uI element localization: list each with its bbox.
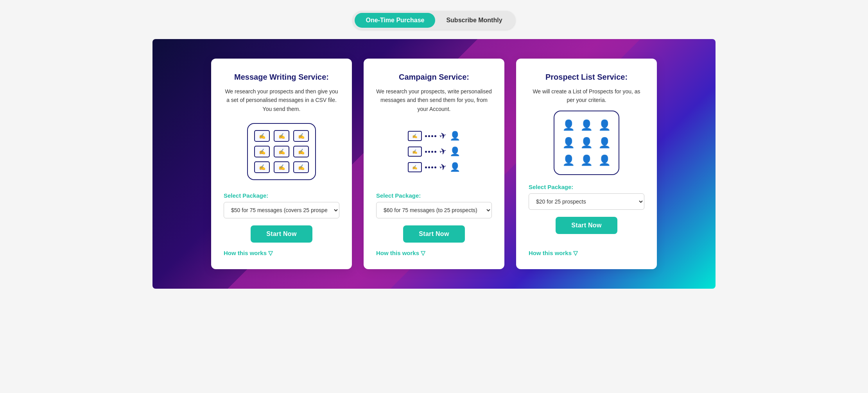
campaign-person-3: 👤 (450, 162, 460, 172)
prospect-person-1: 👤 (562, 119, 575, 131)
campaign-start-button[interactable]: Start Now (403, 225, 464, 243)
campaign-msg-icon-3: ✍ (408, 162, 422, 172)
prospect-list-card: Prospect List Service: We will create a … (516, 59, 657, 269)
campaign-arrow-2: ✈ (438, 146, 448, 157)
msg-icon-2 (274, 130, 289, 142)
message-writing-package-select[interactable]: $50 for 75 messages (covers 25 prospects… (224, 202, 339, 218)
prospect-people-icon: 👤 👤 👤 👤 👤 👤 👤 👤 👤 (554, 111, 619, 175)
pricing-banner: Message Writing Service: We research you… (152, 39, 716, 289)
prospect-person-6: 👤 (598, 137, 611, 149)
campaign-person-1: 👤 (450, 131, 460, 141)
campaign-title: Campaign Service: (399, 73, 469, 82)
prospect-list-desc: We will create a List of Prospects for y… (529, 87, 644, 105)
message-writing-card: Message Writing Service: We research you… (211, 59, 352, 269)
campaign-desc: We research your prospects, write person… (376, 87, 492, 113)
campaign-arrow-3: ✈ (438, 161, 448, 173)
prospect-list-illustration: 👤 👤 👤 👤 👤 👤 👤 👤 👤 (551, 112, 622, 174)
campaign-how-link[interactable]: How this works ▽ (376, 250, 425, 257)
campaign-arrow-1: ✈ (438, 130, 448, 142)
campaign-card: Campaign Service: We research your prosp… (364, 59, 504, 269)
msg-icon-1 (254, 130, 270, 142)
prospect-person-4: 👤 (562, 137, 575, 149)
message-writing-illustration (246, 120, 317, 183)
msg-icon-3 (293, 130, 309, 142)
campaign-illustration: ✍ ✈ 👤 ✍ ✈ 👤 ✍ (399, 120, 469, 183)
prospect-person-8: 👤 (580, 154, 593, 166)
prospect-list-select-label: Select Package: (529, 184, 573, 190)
campaign-person-2: 👤 (450, 146, 460, 157)
prospect-person-5: 👤 (580, 137, 593, 149)
msg-icon-9 (293, 161, 309, 173)
campaign-dots-2 (425, 151, 436, 153)
campaign-select-label: Select Package: (376, 192, 421, 199)
prospect-list-how-link[interactable]: How this works ▽ (529, 250, 578, 257)
message-grid-icon (247, 123, 316, 180)
msg-icon-8 (274, 161, 289, 173)
campaign-package-select[interactable]: $60 for 75 messages (to 25 prospects) $1… (376, 202, 492, 218)
prospect-list-package-select[interactable]: $20 for 25 prospects $35 for 50 prospect… (529, 193, 644, 210)
campaign-dots-3 (425, 166, 436, 168)
campaign-row-3: ✍ ✈ 👤 (408, 162, 460, 172)
campaign-row-1: ✍ ✈ 👤 (408, 131, 460, 141)
message-writing-how-link[interactable]: How this works ▽ (224, 250, 273, 257)
msg-icon-4 (254, 146, 270, 157)
campaign-icon: ✍ ✈ 👤 ✍ ✈ 👤 ✍ (408, 131, 460, 172)
msg-icon-5 (274, 146, 289, 157)
prospect-person-3: 👤 (598, 119, 611, 131)
msg-icon-7 (254, 161, 270, 173)
message-writing-select-label: Select Package: (224, 192, 268, 199)
msg-icon-6 (293, 146, 309, 157)
prospect-person-2: 👤 (580, 119, 593, 131)
prospect-list-start-button[interactable]: Start Now (556, 217, 617, 234)
campaign-dots-1 (425, 135, 436, 137)
message-writing-title: Message Writing Service: (234, 73, 329, 82)
prospect-list-title: Prospect List Service: (545, 73, 628, 82)
campaign-row-2: ✍ ✈ 👤 (408, 146, 460, 157)
prospect-person-7: 👤 (562, 154, 575, 166)
subscribe-monthly-button[interactable]: Subscribe Monthly (435, 13, 513, 28)
one-time-purchase-button[interactable]: One-Time Purchase (355, 13, 435, 28)
campaign-msg-icon-2: ✍ (408, 146, 422, 157)
campaign-msg-icon-1: ✍ (408, 131, 422, 141)
purchase-toggle: One-Time Purchase Subscribe Monthly (353, 11, 515, 30)
message-writing-start-button[interactable]: Start Now (251, 225, 312, 243)
prospect-person-9: 👤 (598, 154, 611, 166)
message-writing-desc: We research your prospects and then give… (224, 87, 339, 113)
